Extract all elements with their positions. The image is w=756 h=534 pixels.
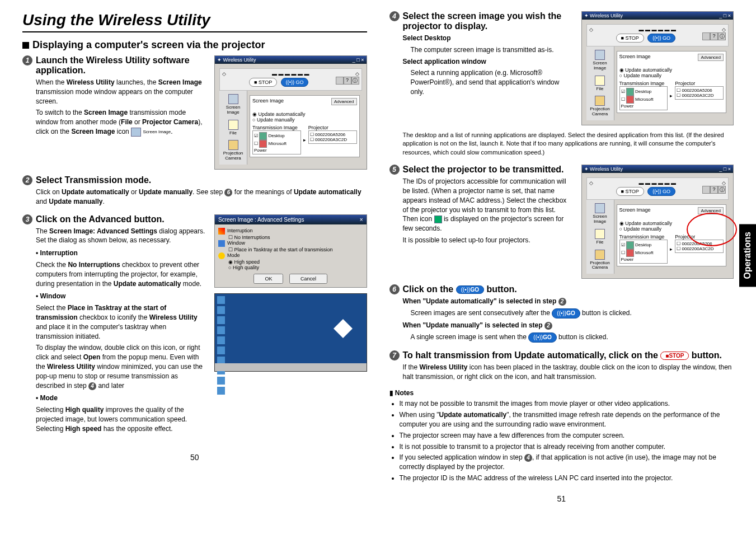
step-badge-6: 6 (389, 284, 400, 294)
update-auto-radio: Update automatically (252, 111, 357, 117)
step-1-title: Launch the Wireless Utility software app… (36, 55, 205, 76)
high-quality-radio: High quality (228, 265, 363, 270)
camera-tab-icon (228, 140, 238, 150)
mode-icon (218, 252, 225, 259)
no-interruptions-checkbox: No Interruptions (228, 235, 363, 240)
go-pill-icon: GO (456, 285, 484, 294)
section-heading: Displaying a computer's screen via the p… (22, 39, 367, 51)
update-manual-radio: Update manually (252, 117, 357, 123)
window-controls-icon: _ □ × (353, 57, 364, 63)
step-badge-1: 1 (22, 55, 32, 65)
step-4-title: Select the screen image you wish the pro… (403, 11, 572, 31)
advanced-button: Advanced (331, 98, 357, 105)
advanced-settings-dialog-screenshot: Screen Image : Advanced Settings× Interr… (214, 214, 367, 288)
high-speed-radio: High speed (228, 259, 363, 265)
step-badge-7: 7 (389, 350, 400, 360)
step-2-body: Click on Update automatically or Update … (36, 188, 367, 207)
tasktray-icon (334, 319, 353, 338)
step-4-note: The desktop and a list of running applic… (403, 131, 734, 157)
stop-button: ■ STOP (249, 78, 277, 87)
step-6-body: When "Update automatically" is selected … (403, 297, 734, 343)
projector-icon (434, 216, 442, 223)
step-1-body: When the Wireless Utility launches, the … (36, 78, 205, 137)
step-2-title: Select Transmission mode. (36, 175, 367, 185)
step-badge-2: 2 (22, 175, 32, 185)
wireless-utility-window-screenshot-3: ✦ Wireless Utility_ □ × ◇▬ ▬ ▬ ▬ ▬ ▬◇ ■ … (581, 165, 734, 279)
step-3-body: The Screen Image: Advanced Settings dial… (36, 227, 205, 434)
step-6-title: Click on the GO button. (403, 284, 734, 294)
step-5-title: Select the projector to be transmitted. (403, 165, 572, 175)
page-number-left: 50 (22, 453, 367, 462)
screen-image-tab-icon (228, 94, 238, 104)
tasktray-checkbox: Place in Tasktray at the start of transm… (228, 247, 363, 252)
interruption-icon (218, 228, 225, 235)
step-badge-3: 3 (22, 214, 32, 224)
step-4-body: Select Desktop The computer screen image… (403, 34, 572, 97)
wireless-utility-window-screenshot: ✦ Wireless Utility_ □ × ◇ ▬ ▬ ▬ ▬ ▬ ▬ ◇ … (214, 55, 367, 170)
page-title: Using the Wireless Utility (22, 11, 367, 32)
page-number-right: 51 (389, 494, 734, 503)
step-5-body: The IDs of projectors accessible for com… (403, 177, 572, 245)
notes-list: It may not be possible to transmit the i… (400, 399, 734, 483)
step-7-body: If the Wireless Utility icon has been pl… (403, 363, 734, 382)
side-tab-operations: Operations (739, 224, 756, 287)
cancel-button: Cancel (289, 274, 327, 284)
step-badge-4: 4 (389, 11, 400, 21)
step-7-title: To halt transmission from Update automat… (403, 350, 734, 360)
notes-heading: Notes (389, 389, 734, 397)
close-icon: × (360, 217, 363, 223)
stop-pill-icon: STOP (660, 352, 689, 360)
wireless-utility-window-screenshot-2: ✦ Wireless Utility_ □ × ◇▬ ▬ ▬ ▬ ▬ ▬◇ ■ … (581, 11, 734, 125)
go-button: ((•)) GO (281, 78, 309, 87)
file-tab-icon (228, 120, 238, 130)
ok-button: OK (253, 274, 283, 284)
step-3-title: Click on the Advanced button. (36, 214, 205, 224)
desktop-screenshot (214, 293, 367, 372)
window-icon (218, 240, 225, 247)
step-badge-5: 5 (389, 165, 400, 175)
screen-image-icon (131, 128, 141, 137)
